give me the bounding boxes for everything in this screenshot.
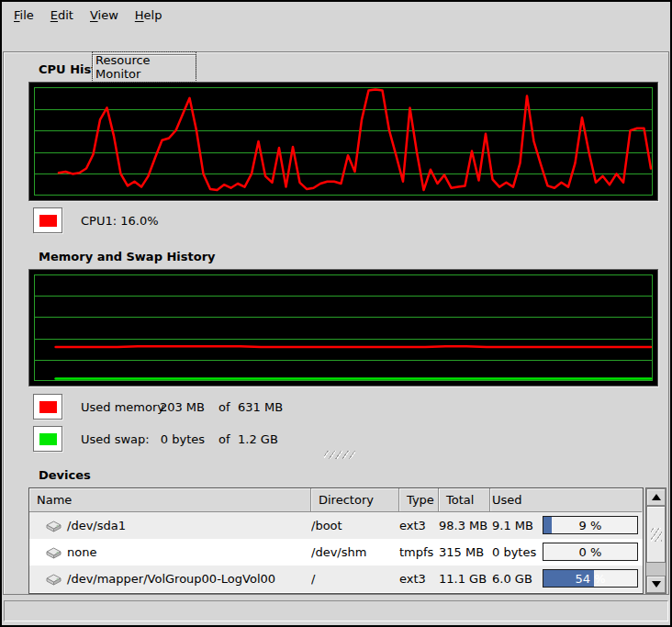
disk-icon <box>46 573 62 586</box>
progressbar-percent-label: 0 % <box>543 543 637 560</box>
column-header-type[interactable]: Type <box>399 488 439 512</box>
column-header-name[interactable]: Name <box>29 488 311 512</box>
progressbar-percent-label: 9 % <box>543 517 637 533</box>
resource-monitor-page: CPU History CPU1: 16.0% Memory and Swap … <box>3 51 669 595</box>
scrollbar-thumb[interactable] <box>646 506 666 563</box>
devices-table: Name Directory Type Total Used /dev/sda1… <box>28 487 644 594</box>
device-used: 0 bytes <box>492 545 536 559</box>
used-swap-color-swatch <box>39 433 57 445</box>
menu-help[interactable]: Help <box>127 5 171 26</box>
column-header-directory[interactable]: Directory <box>311 488 399 512</box>
device-usage-progressbar: 0 % <box>543 543 638 561</box>
device-directory: /boot <box>311 512 399 539</box>
arrow-down-icon <box>652 581 661 588</box>
cpu1-legend-label: CPU1: 16.0% <box>81 207 159 233</box>
devices-title: Devices <box>39 468 91 482</box>
device-used: 9.1 MB <box>492 519 533 532</box>
used-swap-value: 0 bytes <box>121 426 205 452</box>
memory-swap-title: Memory and Swap History <box>39 250 216 263</box>
table-row[interactable]: /dev/mapper/VolGroup00-LogVol00 / ext3 1… <box>29 565 643 592</box>
used-swap-of: of <box>218 426 230 452</box>
device-usage-progressbar: 54 % <box>543 569 638 588</box>
devices-area: Name Directory Type Total Used /dev/sda1… <box>28 487 666 595</box>
device-name: /dev/mapper/VolGroup00-LogVol00 <box>67 572 275 586</box>
used-swap-color-button[interactable] <box>33 426 62 452</box>
column-header-total[interactable]: Total <box>439 488 490 512</box>
tab-resource-monitor[interactable]: Resource Monitor <box>92 54 196 78</box>
cpu-history-graph <box>28 82 658 201</box>
used-memory-value: 203 MB <box>121 394 205 420</box>
cpu1-color-swatch <box>39 215 57 227</box>
scrollbar-up-button[interactable] <box>646 488 666 506</box>
pane-resize-grip[interactable] <box>324 451 355 459</box>
device-type: ext3 <box>399 565 439 592</box>
system-monitor-window: { "menu": { "items": [ { "mnemonic": "F"… <box>0 0 672 627</box>
column-header-used[interactable]: Used <box>490 488 642 512</box>
device-total: 11.1 GB <box>439 565 490 592</box>
device-directory: / <box>311 565 399 592</box>
used-memory-color-swatch <box>39 401 57 413</box>
tab-resource-monitor-label: Resource Monitor <box>93 52 196 82</box>
memory-swap-plot <box>34 274 653 381</box>
used-memory-of: of <box>218 394 230 420</box>
used-memory-total: 631 MB <box>238 394 283 420</box>
menu-view[interactable]: View <box>82 5 127 26</box>
device-total: 315 MB <box>439 539 490 565</box>
device-used: 6.0 GB <box>492 572 532 586</box>
device-usage-progressbar: 9 % <box>543 516 638 534</box>
disk-icon <box>46 520 62 532</box>
arrow-up-icon <box>652 494 661 500</box>
device-directory: /dev/shm <box>311 539 399 565</box>
devices-scrollbar[interactable] <box>645 487 666 594</box>
menu-file[interactable]: File <box>6 5 42 26</box>
cpu-history-plot <box>34 87 653 196</box>
device-name: /dev/sda1 <box>67 519 126 532</box>
menu-bar: FileEditViewHelp <box>2 2 670 28</box>
cpu1-color-button[interactable] <box>33 207 62 233</box>
progressbar-percent-label: 54 % <box>543 570 637 587</box>
device-type: tmpfs <box>399 539 439 565</box>
disk-icon <box>46 546 62 559</box>
tab-bar: Process Listing Resource Monitor <box>2 28 670 51</box>
used-swap-total: 1.2 GB <box>238 426 278 452</box>
device-type: ext3 <box>399 512 439 539</box>
devices-table-body: /dev/sda1 /boot ext3 98.3 MB 9.1 MB 9 % … <box>29 512 643 592</box>
devices-table-header: Name Directory Type Total Used <box>29 488 643 512</box>
menu-edit[interactable]: Edit <box>42 5 82 26</box>
table-row[interactable]: /dev/sda1 /boot ext3 98.3 MB 9.1 MB 9 % <box>29 512 643 539</box>
status-bar <box>4 600 668 621</box>
scrollbar-down-button[interactable] <box>646 576 666 593</box>
scrollbar-thumb-grip-icon <box>651 528 662 542</box>
device-name: none <box>67 545 96 559</box>
device-total: 98.3 MB <box>439 512 490 539</box>
table-row[interactable]: none /dev/shm tmpfs 315 MB 0 bytes 0 % <box>29 539 643 565</box>
used-memory-color-button[interactable] <box>33 394 62 420</box>
memory-swap-graph <box>28 269 658 386</box>
